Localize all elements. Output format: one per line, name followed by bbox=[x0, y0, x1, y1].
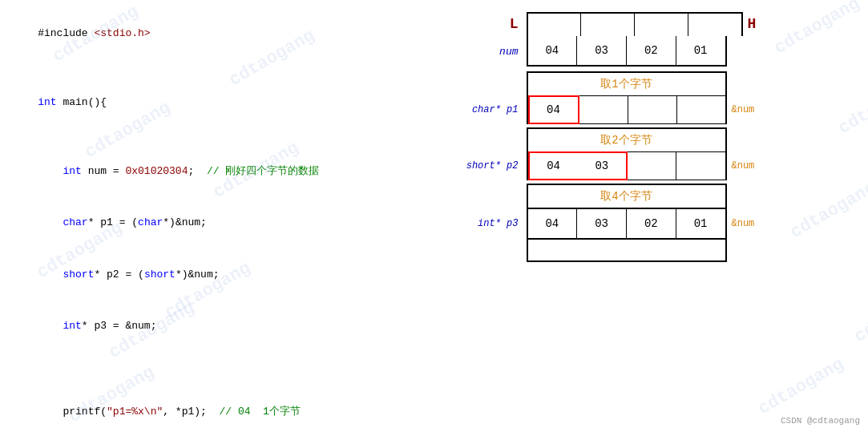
char-cell-1 bbox=[579, 95, 628, 124]
h-label: H bbox=[743, 16, 767, 32]
desc2-text: 取2个字节 bbox=[527, 127, 727, 151]
int-cell-2: 02 bbox=[627, 209, 676, 238]
short-cell-0: 04 bbox=[528, 151, 578, 180]
watermark: cdtaogang bbox=[787, 178, 868, 243]
num-cell-0: 04 bbox=[528, 36, 578, 65]
short-ref: &num bbox=[727, 151, 767, 180]
num-ref-right bbox=[727, 36, 767, 67]
code-main: int main(){ bbox=[13, 77, 356, 128]
code-line3: short* p2 = (short*)&num; bbox=[13, 248, 356, 300]
code-line1: int num = 0x01020304; // 刚好四个字节的数据 bbox=[13, 146, 356, 197]
watermark: cdtaogang bbox=[755, 354, 847, 419]
l-label: L bbox=[462, 16, 527, 32]
desc3-row: 取4个字节 bbox=[462, 184, 767, 208]
code-line2: char* p1 = (char*)&num; bbox=[13, 197, 356, 248]
char-row: char* p1 04 &num bbox=[462, 95, 767, 124]
code-blank3 bbox=[13, 352, 356, 369]
desc3-text: 取4个字节 bbox=[527, 184, 727, 208]
code-line4: int* p3 = &num; bbox=[13, 300, 356, 351]
code-include: #include <stdio.h> bbox=[13, 8, 356, 59]
num-cell-1: 03 bbox=[577, 36, 627, 65]
short-cell-2 bbox=[628, 151, 676, 180]
desc2-row: 取2个字节 bbox=[462, 127, 767, 151]
num-cell-3: 01 bbox=[676, 36, 725, 65]
char-cell-0: 04 bbox=[528, 95, 579, 124]
code-blank2 bbox=[13, 128, 356, 145]
char-cell-2 bbox=[628, 95, 677, 124]
num-cell-2: 02 bbox=[627, 36, 676, 65]
int-row: int* p3 04 03 02 01 &num bbox=[462, 208, 767, 240]
code-blank4 bbox=[13, 369, 356, 386]
int-cell-0: 04 bbox=[528, 209, 578, 238]
short-cell-1: 03 bbox=[578, 151, 628, 180]
watermark: cdtaogang bbox=[851, 282, 868, 347]
short-row: short* p2 04 03 &num bbox=[462, 151, 767, 180]
short-cell-3 bbox=[676, 151, 725, 180]
char-ref: &num bbox=[727, 95, 767, 124]
code-printf1: printf("p1=%x\n", *p1); // 04 1个字节 bbox=[13, 386, 356, 432]
short-label: short* p2 bbox=[462, 151, 527, 180]
num-label: num bbox=[462, 36, 527, 67]
lh-header-row: L H bbox=[462, 12, 767, 36]
desc1-text: 取1个字节 bbox=[527, 71, 727, 95]
char-label: char* p1 bbox=[462, 95, 527, 124]
code-panel: cdtaogang cdtaogang cdtaogang cdtaogang … bbox=[0, 0, 369, 432]
int-cell-1: 03 bbox=[577, 209, 627, 238]
code-blank bbox=[13, 59, 356, 76]
int-ref: &num bbox=[727, 208, 767, 240]
char-cell-3 bbox=[677, 95, 725, 124]
csdn-footer: CSDN @cdtaogang bbox=[781, 416, 860, 426]
diagram-container: L H num 04 03 02 01 取1 bbox=[462, 12, 767, 262]
num-row: num 04 03 02 01 bbox=[462, 36, 767, 67]
diagram-panel: cdtaogang cdtaogang cdtaogang cdtaogang … bbox=[369, 0, 868, 432]
bottom-empty-row bbox=[462, 240, 767, 262]
int-cell-3: 01 bbox=[676, 209, 725, 238]
desc1-row: 取1个字节 bbox=[462, 71, 767, 95]
int-label: int* p3 bbox=[462, 208, 527, 240]
watermark: cdtaogang bbox=[771, 0, 863, 59]
watermark: cdtaogang bbox=[835, 74, 868, 139]
